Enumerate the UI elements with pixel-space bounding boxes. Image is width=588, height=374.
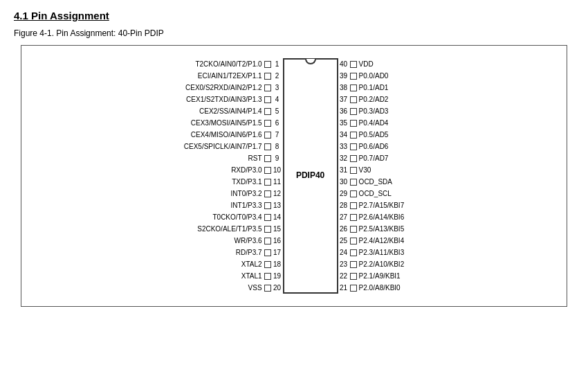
pin-number: 28 <box>338 199 349 211</box>
pin-number: 22 <box>338 270 349 282</box>
pin-number: 24 <box>338 247 349 258</box>
pin-number: 10 <box>272 164 283 176</box>
pin-number: 29 <box>338 188 349 199</box>
pin-label: XTAL2 <box>240 258 264 270</box>
pin-label: CEX4/MISO/AIN6/P1.6 <box>190 129 264 141</box>
pin-number: 30 <box>338 176 349 188</box>
pin-number: 21 <box>338 282 349 294</box>
pin-number: 20 <box>272 282 283 294</box>
pin-number: 31 <box>338 164 349 176</box>
pin-box <box>264 132 271 139</box>
pin-label: VDD <box>358 58 375 70</box>
pin-number: 15 <box>272 223 283 235</box>
right-pin-row: 21P2.0/A8/KBI0 <box>338 282 402 294</box>
pin-number: 5 <box>272 105 283 117</box>
left-pin-row: CEX3/MOSI/AIN5/P1.56 <box>190 117 283 129</box>
ic-body: PDIP40 <box>283 58 338 294</box>
pin-label: V30 <box>358 164 373 176</box>
pin-diagram-container: T2CKO/AIN0/T2/P1.01ECI/AIN1/T2EX/P1.12CE… <box>21 45 567 307</box>
left-pin-row: S2CKO/ALE/T1/P3.515 <box>196 223 282 235</box>
right-pin-row: 37P0.2/AD2 <box>338 93 390 105</box>
pin-label: P0.1/AD1 <box>358 82 390 93</box>
pin-label: RST <box>247 152 264 164</box>
pin-number: 3 <box>272 82 283 93</box>
ic-notch <box>305 59 316 64</box>
pin-box <box>350 190 357 197</box>
pin-box <box>264 96 271 103</box>
pin-number: 7 <box>272 129 283 141</box>
left-pin-row: CEX0/S2RXD/AIN2/P1.23 <box>184 82 283 93</box>
pin-box <box>350 167 357 174</box>
right-pin-row: 34P0.5/AD5 <box>338 129 390 141</box>
pin-label: XTAL1 <box>240 270 264 282</box>
pin-box <box>264 261 271 268</box>
pin-label: CEX5/SPICLK/AIN7/P1.7 <box>183 141 264 152</box>
right-pin-row: 32P0.7/AD7 <box>338 152 390 164</box>
figure-label: Figure 4-1. Pin Assignment: 40-Pin PDIP <box>14 28 574 38</box>
left-pin-row: CEX2/SS/AIN4/P1.45 <box>198 105 283 117</box>
pin-label: T0CKO/T0/P3.4 <box>211 211 263 223</box>
right-pin-row: 25P2.4/A12/KBI4 <box>338 235 406 247</box>
pin-box <box>350 155 357 162</box>
pin-number: 14 <box>272 211 283 223</box>
left-pin-row: CEX1/S2TXD/AIN3/P1.34 <box>185 93 283 105</box>
pin-box <box>264 249 271 256</box>
pin-label: WR/P3.6 <box>233 235 264 247</box>
pin-box <box>350 285 357 292</box>
right-pin-row: 36P0.3/AD3 <box>338 105 390 117</box>
pin-label: CEX0/S2RXD/AIN2/P1.2 <box>184 82 264 93</box>
pin-box <box>350 73 357 80</box>
right-pins: 40VDD39P0.0/AD038P0.1/AD137P0.2/AD236P0.… <box>338 58 406 294</box>
pin-number: 19 <box>272 270 283 282</box>
right-pin-row: 30OCD_SDA <box>338 176 394 188</box>
left-pin-row: ECI/AIN1/T2EX/P1.12 <box>196 70 283 82</box>
right-pin-row: 39P0.0/AD0 <box>338 70 390 82</box>
left-pin-row: RXD/P3.010 <box>230 164 282 176</box>
pin-label: T2CKO/AIN0/T2/P1.0 <box>194 58 263 70</box>
pin-box <box>350 249 357 256</box>
pin-box <box>350 108 357 115</box>
pin-number: 27 <box>338 211 349 223</box>
pin-label: P0.2/AD2 <box>358 93 390 105</box>
pin-label: P0.5/AD5 <box>358 129 390 141</box>
pin-box <box>350 143 357 150</box>
right-pin-row: 38P0.1/AD1 <box>338 82 390 93</box>
pin-box <box>264 61 271 68</box>
pin-box <box>350 261 357 268</box>
pin-label: P0.4/AD4 <box>358 117 390 129</box>
pin-number: 35 <box>338 117 349 129</box>
pin-number: 18 <box>272 258 283 270</box>
pin-label: P2.6/A14/KBI6 <box>358 211 406 223</box>
pin-box <box>264 84 271 91</box>
pin-label: RXD/P3.0 <box>230 164 263 176</box>
pin-number: 8 <box>272 141 283 152</box>
pin-box <box>350 84 357 91</box>
pin-label: S2CKO/ALE/T1/P3.5 <box>196 223 263 235</box>
right-pin-row: 35P0.4/AD4 <box>338 117 390 129</box>
pin-label: P0.6/AD6 <box>358 141 390 152</box>
pin-label: P2.3/A11/KBI3 <box>358 247 406 258</box>
pin-box <box>264 73 271 80</box>
pin-number: 13 <box>272 199 283 211</box>
pin-box <box>350 179 357 186</box>
pin-box <box>264 226 271 233</box>
right-pin-row: 33P0.6/AD6 <box>338 141 390 152</box>
pin-label: INT1/P3.3 <box>230 199 264 211</box>
pin-number: 2 <box>272 70 283 82</box>
left-pin-row: WR/P3.616 <box>233 235 283 247</box>
right-pin-row: 27P2.6/A14/KBI6 <box>338 211 406 223</box>
pin-box <box>264 108 271 115</box>
pin-box <box>350 96 357 103</box>
pin-label: CEX3/MOSI/AIN5/P1.5 <box>190 117 264 129</box>
pin-number: 9 <box>272 152 283 164</box>
left-pin-row: RST9 <box>247 152 283 164</box>
pin-number: 4 <box>272 93 283 105</box>
pin-label: ECI/AIN1/T2EX/P1.1 <box>196 70 264 82</box>
pin-box <box>264 120 271 127</box>
pin-label: OCD_SDA <box>358 176 394 188</box>
pin-number: 1 <box>272 58 283 70</box>
pin-label: P0.0/AD0 <box>358 70 390 82</box>
left-pin-row: T0CKO/T0/P3.414 <box>211 211 282 223</box>
pin-box <box>350 202 357 209</box>
pin-label: P0.3/AD3 <box>358 105 390 117</box>
